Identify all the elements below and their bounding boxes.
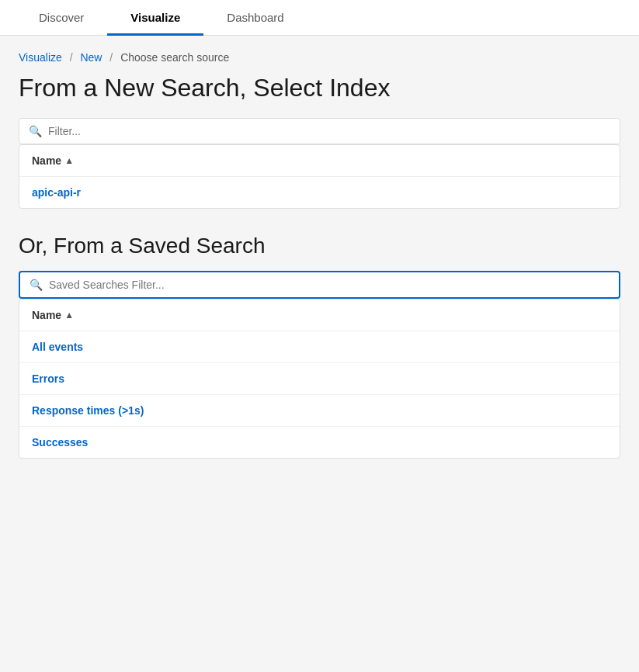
tab-visualize[interactable]: Visualize [107, 0, 203, 36]
tab-discover[interactable]: Discover [16, 0, 107, 36]
table-row[interactable]: apic-api-r [19, 177, 620, 208]
top-nav: Discover Visualize Dashboard [0, 0, 639, 36]
saved-search-row-successes[interactable]: Successes [32, 436, 88, 449]
main-content: Visualize / New / Choose search source F… [0, 36, 639, 499]
saved-search-row-all-events[interactable]: All events [32, 341, 83, 353]
table-row[interactable]: Errors [19, 363, 620, 395]
breadcrumb-current: Choose search source [120, 51, 229, 64]
index-filter-container[interactable]: 🔍 [19, 118, 620, 144]
index-table: Name ▲ apic-api-r [19, 144, 620, 209]
saved-search-filter-input[interactable] [49, 279, 609, 291]
saved-search-icon: 🔍 [30, 279, 43, 291]
saved-search-filter-container[interactable]: 🔍 [19, 271, 620, 299]
index-filter-input[interactable] [48, 125, 610, 137]
breadcrumb-separator-1: / [70, 51, 73, 64]
breadcrumb-new[interactable]: New [80, 51, 102, 64]
page-title: From a New Search, Select Index [19, 73, 620, 102]
table-row[interactable]: All events [19, 331, 620, 363]
index-sort-arrow: ▲ [64, 155, 74, 166]
saved-search-heading: Or, From a Saved Search [19, 234, 620, 258]
table-row[interactable]: Successes [19, 427, 620, 458]
saved-search-table: Name ▲ All events Errors Response times … [19, 299, 620, 459]
saved-search-table-header[interactable]: Name ▲ [19, 300, 620, 331]
breadcrumb-visualize[interactable]: Visualize [19, 51, 62, 64]
index-table-header[interactable]: Name ▲ [19, 145, 620, 177]
table-row[interactable]: Response times (>1s) [19, 395, 620, 427]
saved-search-row-errors[interactable]: Errors [32, 372, 64, 385]
saved-sort-arrow: ▲ [64, 310, 74, 320]
breadcrumb-separator-2: / [109, 51, 113, 64]
saved-search-row-response-times[interactable]: Response times (>1s) [32, 404, 144, 417]
index-search-icon: 🔍 [29, 125, 42, 137]
index-row-link[interactable]: apic-api-r [32, 186, 81, 199]
index-name-column-label: Name [32, 154, 61, 167]
breadcrumb: Visualize / New / Choose search source [19, 51, 620, 64]
tab-dashboard[interactable]: Dashboard [203, 0, 307, 36]
saved-name-column-label: Name [32, 309, 61, 321]
